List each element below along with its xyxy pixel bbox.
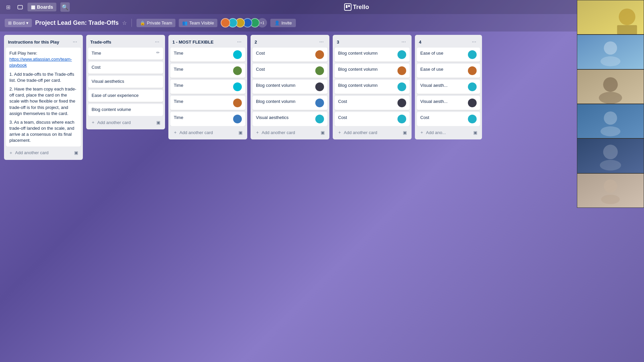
col2-card-1[interactable]: Cost: [253, 48, 327, 62]
svg-rect-2: [348, 5, 350, 7]
video-tile-4: [577, 104, 644, 138]
instructions-text: Full Play here: https://www.atlassian.co…: [9, 50, 77, 144]
card-cost[interactable]: Cost: [88, 62, 163, 74]
col4-card-5[interactable]: Cost: [417, 112, 480, 126]
avatar-1[interactable]: [221, 18, 230, 27]
svg-rect-5: [617, 25, 637, 34]
card-blog-volume[interactable]: Blog content volume: [88, 104, 163, 116]
col4-card-2[interactable]: Ease of use: [417, 64, 480, 78]
list-col-2: 2 ··· Cost Cost Blog content volumn Blog…: [251, 35, 329, 139]
add-card-col-1[interactable]: ＋ Add another card ▣: [170, 127, 245, 137]
add-card-label-col-2: Add another card: [262, 130, 295, 135]
grid-icon[interactable]: ⊞: [3, 2, 13, 12]
video-tile-6: [577, 173, 644, 208]
col3-card-5[interactable]: Cost: [335, 112, 410, 126]
search-button[interactable]: 🔍: [60, 2, 70, 12]
add-card-col-2[interactable]: ＋ Add another card ▣: [253, 127, 327, 137]
template-icon-instructions: ▣: [74, 150, 78, 155]
col2-card-2-text: Cost: [256, 66, 313, 72]
edit-icon-time[interactable]: ✏: [156, 50, 160, 55]
template-icon-col-2: ▣: [321, 130, 325, 135]
col1-avatar-5: [233, 115, 242, 123]
col3-card-1[interactable]: Blog content volumn: [335, 48, 410, 62]
instructions-line-3: 2. Have the team copy each trade-off car…: [9, 86, 77, 117]
col2-card-4[interactable]: Blog content volumn: [253, 96, 327, 110]
col-2-cards: Cost Cost Blog content volumn Blog conte…: [253, 48, 327, 126]
team-visible-label: Team Visible: [189, 20, 214, 25]
list-header-trade-offs: Trade-offs ···: [88, 37, 163, 48]
add-card-col-3[interactable]: ＋ Add another card ▣: [335, 127, 410, 137]
plus-icon-trade-offs: ＋: [91, 119, 95, 125]
invite-button[interactable]: 👤 Invite: [270, 19, 296, 27]
card-ease-ux[interactable]: Ease of user experience: [88, 90, 163, 102]
col4-card-3[interactable]: Visual aesth...: [417, 80, 480, 94]
col2-card-3[interactable]: Blog content volumn: [253, 80, 327, 94]
list-header-col-2: 2 ···: [253, 37, 327, 48]
list-menu-col-3[interactable]: ···: [400, 38, 408, 46]
private-team-label: Private Team: [147, 20, 172, 25]
private-team-button[interactable]: 🔒 Private Team: [137, 19, 176, 27]
col1-avatar-3: [233, 82, 242, 91]
board-title: Project Lead Gen: Trade-Offs: [35, 19, 119, 26]
col4-card-4-text: Visual aesth...: [420, 99, 465, 105]
col1-card-5[interactable]: Time: [170, 112, 245, 126]
instructions-link[interactable]: https://www.atlassian.com/team-playbook: [9, 57, 72, 68]
col2-card-1-text: Cost: [256, 50, 313, 56]
svg-point-19: [604, 179, 617, 193]
instructions-card[interactable]: Full Play here: https://www.atlassian.co…: [6, 48, 81, 146]
add-card-trade-offs[interactable]: ＋ Add another card ▣: [88, 117, 163, 127]
col2-card-5[interactable]: Visual aesthetics: [253, 112, 327, 126]
col1-avatar-4: [233, 99, 242, 107]
list-trade-offs: Trade-offs ··· Time ✏ Cost Visual aesthe…: [86, 35, 165, 129]
invite-icon: 👤: [274, 20, 280, 25]
home-icon[interactable]: [15, 2, 25, 12]
list-header-instructions: Instructions for this Play ···: [6, 37, 81, 48]
list-menu-col-4[interactable]: ···: [470, 38, 478, 46]
card-time[interactable]: Time ✏: [88, 48, 163, 60]
add-card-col-4[interactable]: ＋ Add ano... ▣: [417, 127, 480, 137]
col-4-cards: Ease of use Ease of use Visual aesth... …: [417, 48, 480, 126]
star-icon[interactable]: ☆: [122, 20, 127, 26]
instructions-line-1: Full Play here: https://www.atlassian.co…: [9, 50, 77, 69]
col1-card-4[interactable]: Time: [170, 96, 245, 110]
col3-card-4[interactable]: Cost: [335, 96, 410, 110]
col1-card-3[interactable]: Time: [170, 80, 245, 94]
col3-card-3[interactable]: Blog content volumn: [335, 80, 410, 94]
col4-card-1[interactable]: Ease of use: [417, 48, 480, 62]
col2-avatar-4: [315, 99, 324, 107]
col2-avatar-5: [315, 115, 324, 123]
list-menu-instructions[interactable]: ···: [71, 38, 79, 46]
team-visible-button[interactable]: 👥 Team Visible: [179, 19, 217, 27]
instructions-content: Full Play here: https://www.atlassian.co…: [6, 48, 81, 146]
list-header-col-4: 4 ···: [417, 37, 480, 48]
list-menu-col-2[interactable]: ···: [318, 38, 325, 46]
svg-point-20: [601, 195, 620, 204]
board-back-button[interactable]: ⊞ Board ▾: [5, 19, 32, 27]
col4-avatar-3: [468, 82, 477, 91]
list-title-col-4: 4: [419, 40, 470, 45]
boards-button[interactable]: ▦ Boards: [28, 3, 56, 11]
card-visual-aesthetics[interactable]: Visual aesthetics: [88, 76, 163, 88]
svg-point-4: [619, 8, 636, 25]
list-title-instructions: Instructions for this Play: [8, 40, 71, 45]
svg-point-7: [604, 42, 617, 55]
svg-rect-0: [18, 5, 22, 9]
list-header-col-3: 3 ···: [335, 37, 410, 48]
list-menu-trade-offs[interactable]: ···: [153, 38, 161, 46]
add-card-instructions[interactable]: ＋ Add another card ▣: [6, 148, 81, 158]
list-title-col-2: 2: [255, 40, 318, 45]
col3-card-3-text: Blog content volumn: [338, 82, 395, 88]
col1-card-5-text: Time: [174, 115, 230, 121]
col3-card-2[interactable]: Blog content volumn: [335, 64, 410, 78]
col4-card-4[interactable]: Visual aesth...: [417, 96, 480, 110]
template-icon-col-3: ▣: [403, 130, 407, 135]
col2-card-2[interactable]: Cost: [253, 64, 327, 78]
col3-avatar-5: [397, 115, 406, 123]
list-menu-col-1[interactable]: ···: [235, 38, 243, 46]
col1-card-1[interactable]: Time: [170, 48, 245, 62]
col1-card-2[interactable]: Time: [170, 64, 245, 78]
add-card-label-instructions: Add another card: [15, 150, 49, 155]
col4-avatar-5: [468, 115, 477, 123]
video-tile-5: [577, 138, 644, 173]
card-text-blog: Blog content volume: [92, 107, 160, 113]
